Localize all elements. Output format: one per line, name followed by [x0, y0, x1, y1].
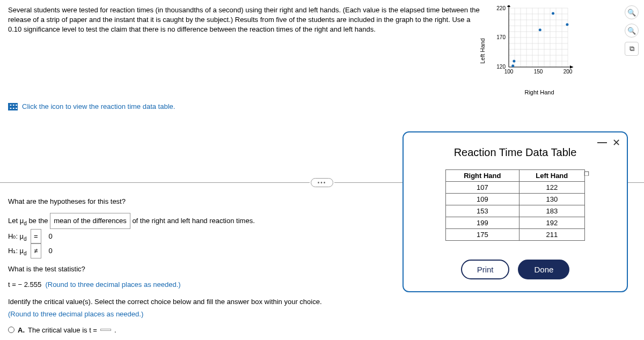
- svg-point-34: [539, 28, 541, 31]
- svg-point-35: [566, 23, 568, 26]
- print-button[interactable]: Print: [461, 260, 510, 279]
- t-round-note: (Round to three decimal places as needed…: [45, 280, 180, 289]
- data-table-modal: — ✕ Reaction Time Data Table Right Hand …: [402, 131, 628, 292]
- svg-point-36: [552, 12, 554, 14]
- reaction-data-table: Right Hand Left Hand 107122 109130 15318…: [445, 169, 585, 241]
- h1-value[interactable]: 0: [45, 244, 56, 257]
- col-right-hand: Right Hand: [446, 170, 519, 182]
- critical-question: Identify the critical value(s). Select t…: [8, 298, 322, 306]
- divider: [0, 182, 310, 183]
- dropdown-mean-diff[interactable]: mean of the differences: [50, 213, 130, 228]
- svg-text:100: 100: [504, 69, 514, 75]
- magnify-icon[interactable]: 🔍: [625, 24, 639, 38]
- t-value: − 2.555: [18, 280, 41, 289]
- critical-note: (Round to three decimal places as needed…: [8, 310, 143, 318]
- scatter-chart: Left Hand 220 170 120: [486, 5, 582, 97]
- table-row: 199192: [446, 217, 585, 229]
- done-button[interactable]: Done: [518, 260, 569, 279]
- h0-value[interactable]: 0: [45, 230, 56, 243]
- close-icon[interactable]: ✕: [612, 137, 620, 149]
- svg-marker-25: [507, 5, 510, 7]
- table-row: 107122: [446, 182, 585, 194]
- h0-operator[interactable]: =: [31, 229, 41, 243]
- ellipsis-pill[interactable]: •••: [311, 178, 334, 187]
- svg-point-32: [511, 64, 514, 67]
- copy-icon[interactable]: ❐: [584, 171, 589, 178]
- radio-choice-a[interactable]: [8, 327, 14, 333]
- zoom-in-icon[interactable]: 🔍: [625, 5, 639, 19]
- col-left-hand: Left Hand: [519, 170, 584, 182]
- table-icon[interactable]: [8, 103, 18, 110]
- data-table-link[interactable]: Click the icon to view the reaction time…: [22, 102, 175, 110]
- table-row: 175211: [446, 229, 585, 241]
- chart-svg: 220 170 120 100 150 200: [495, 5, 581, 88]
- svg-text:150: 150: [534, 69, 543, 75]
- table-row: 109130: [446, 194, 585, 205]
- h1-operator[interactable]: ≠: [31, 243, 41, 258]
- svg-text:220: 220: [496, 5, 506, 11]
- choice-a-input[interactable]: [100, 329, 111, 331]
- table-row: 153183: [446, 205, 585, 217]
- svg-text:200: 200: [564, 69, 573, 75]
- popout-icon[interactable]: ⧉: [625, 42, 639, 56]
- h1-label: H₁: μ: [8, 247, 24, 255]
- choice-a-label: A.: [18, 324, 25, 336]
- h0-label: H₀: μ: [8, 232, 24, 240]
- let-prefix: Let μ: [8, 217, 24, 225]
- minimize-icon[interactable]: —: [597, 137, 607, 149]
- x-axis-label: Right Hand: [524, 89, 554, 95]
- svg-text:170: 170: [496, 34, 506, 40]
- question-intro: Several students were tested for reactio…: [8, 5, 480, 97]
- svg-point-33: [513, 60, 515, 63]
- modal-title: Reaction Time Data Table: [415, 146, 615, 159]
- y-axis-label: Left Hand: [479, 38, 486, 64]
